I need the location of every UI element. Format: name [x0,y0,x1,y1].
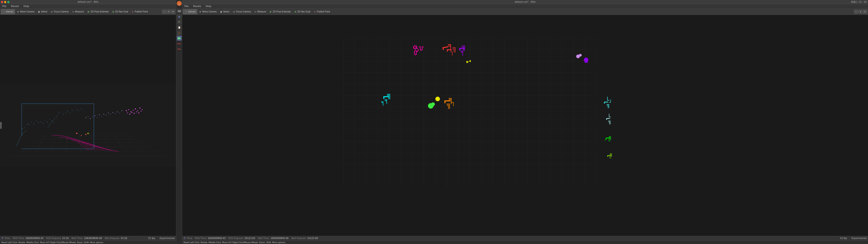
svg-point-55 [79,111,79,111]
svg-rect-110 [182,15,868,236]
svg-point-16 [27,124,27,124]
right-menu-panels[interactable]: Panels [192,5,202,8]
publish-point-button-left[interactable]: ● Publish Point [130,9,149,14]
close-button[interactable] [1,1,3,3]
svg-rect-103 [22,103,94,104]
fps-counter: 31 fps [148,237,155,240]
left-title-bar: default.rviz* - RViz [0,0,176,4]
editor-btn[interactable]: ✏ [177,20,182,24]
right-toolbar: ↔ Interact ⊕ Move Camera ▣ Select ◎ Focu… [182,8,868,15]
pc-icon: PC [178,37,181,39]
pose-estimate-button[interactable]: ⊞ 2D Pose Estimate [86,9,110,14]
right-interact-button[interactable]: ↔ Interact [183,9,197,14]
right-wall-elapsed: Wall Elapsed: 10123.60 [291,237,318,240]
rviz1-btn[interactable]: RViz [177,41,182,46]
rviz2-icon: RViz [178,48,181,50]
menu-panels[interactable]: Panels [10,5,20,8]
focus-camera-icon: ◎ [51,10,53,13]
right-move-camera-icon: ⊕ [199,10,202,13]
right-experimental-label: Experimental [851,237,867,240]
left-window-title: default.rviz* - RViz [78,1,98,3]
svg-point-61 [55,118,55,119]
right-pose-estimate-icon: ⊞ [269,10,272,13]
svg-point-54 [76,109,77,110]
maximize-button[interactable] [7,1,9,3]
rviz2-btn[interactable]: RViz [177,47,182,52]
select-button[interactable]: ▣ Select [36,9,49,14]
svg-rect-102 [22,104,22,135]
right-select-button[interactable]: ▣ Select [218,9,231,14]
svg-point-96 [129,114,130,115]
svg-point-17 [28,123,29,123]
right-zoom-minus-button[interactable]: − [854,10,858,14]
left-viewport[interactable]: › [0,15,176,236]
zoom-plus-button[interactable]: + [166,10,170,14]
right-status-bar: ⏱ Time ROS Time: 1683609840.43 ROS Elaps… [182,236,868,240]
svg-point-40 [19,140,20,140]
svg-point-75 [97,117,97,118]
svg-point-47 [61,112,61,112]
svg-point-32 [26,131,26,131]
right-pose-estimate-button[interactable]: ⊞ 2D Pose Estimate [268,9,292,14]
right-focus-camera-button[interactable]: ◎ Focus Camera [231,9,252,14]
svg-point-87 [126,110,127,111]
right-move-camera-button[interactable]: ⊕ Move Camera [197,9,218,14]
svg-point-83 [115,113,116,114]
pycharm-btn[interactable]: PC [177,36,182,41]
document-btn[interactable]: 📋 [177,25,182,30]
right-publish-point-button[interactable]: ● Publish Point [312,9,331,14]
right-measure-button[interactable]: ⇔ Measure [253,9,268,14]
zoom-reset-button[interactable]: ⟳ [171,10,175,14]
measure-button[interactable]: ⇔ Measure [70,9,86,14]
right-interact-icon: ↔ [185,10,187,13]
svg-point-79 [106,115,106,116]
interact-button[interactable]: ↔ Interact [1,9,15,14]
right-publish-point-icon: ● [313,10,316,13]
svg-point-31 [25,127,25,128]
terminal-icon-btn[interactable]: ⌨ [177,8,182,13]
svg-point-20 [34,124,34,124]
svg-text:╕: ╕ [460,48,465,56]
firefox-icon-btn[interactable]: 🦊 [177,1,182,6]
svg-point-161 [579,54,582,57]
right-nav-goal-button[interactable]: ⊟ 2D Nav Goal [293,9,312,14]
right-zoom-plus-button[interactable]: + [859,10,863,14]
svg-point-24 [43,123,43,123]
right-select-icon: ▣ [220,10,222,13]
source-control-btn[interactable]: ◈ [177,14,182,19]
svg-point-58 [56,116,57,117]
focus-camera-button[interactable]: ◎ Focus Camera [49,9,70,14]
svg-point-57 [83,110,84,111]
right-menu-file[interactable]: File [184,5,189,8]
svg-point-59 [57,115,58,116]
zoom-controls: − + ⟳ [162,10,175,14]
svg-point-95 [127,113,128,114]
svg-point-63 [53,121,53,121]
terminal-icon: ⌨ [178,10,181,12]
svg-point-51 [70,113,70,113]
menu-file[interactable]: File [1,5,7,8]
nav-goal-icon: ⊟ [112,10,115,13]
left-edge-toggle[interactable]: › [0,122,2,129]
right-menu-bar: File Panels Help [182,4,868,8]
analytics-btn[interactable]: △ [177,30,182,35]
zoom-minus-button[interactable]: − [162,10,166,14]
middle-sidebar: 🦊 ⌨ ◈ ✏ 📋 △ PC RViz RViz [176,0,182,244]
right-menu-help[interactable]: Help [205,5,212,8]
svg-point-81 [110,114,111,115]
window-controls [1,1,9,3]
svg-point-69 [48,127,48,128]
right-viewport[interactable]: ꦶ ꒦ ꒥ ⌐ ╕ ⌐ ╗ ┐ ⌐ ╗ ╕ ▸ ◂ [182,15,868,236]
measure-icon: ⇔ [72,10,74,13]
svg-point-100 [138,113,140,114]
select-icon: ▣ [37,10,40,13]
svg-point-70 [86,117,86,118]
move-camera-button[interactable]: ⊕ Move Camera [16,9,36,14]
svg-text:▲: ▲ [585,58,588,63]
minimize-button[interactable] [4,1,6,3]
right-wall-time: Wall Time: 1683609840.46 [258,237,288,240]
menu-help[interactable]: Help [23,5,30,8]
left-menu-bar: File Panels Help [0,4,176,8]
right-zoom-reset-button[interactable]: ⟳ [863,10,867,14]
nav-goal-button[interactable]: ⊟ 2D Nav Goal [111,9,129,14]
